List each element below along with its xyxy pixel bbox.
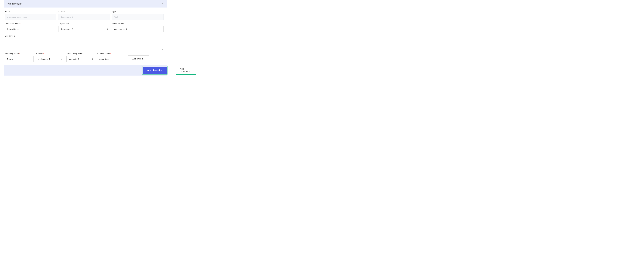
label-key-column: Key column [58, 22, 110, 25]
label-order-column: Order column [112, 22, 164, 25]
select-key-column[interactable] [58, 26, 110, 32]
field-hierarchy-name: Hierarchy name* [5, 52, 34, 62]
select-attribute-key-column[interactable] [66, 56, 95, 62]
required-asterisk: * [110, 52, 111, 55]
label-table: Table [5, 10, 56, 12]
input-type [112, 14, 164, 20]
select-order-column[interactable] [112, 26, 164, 32]
input-hierarchy-name[interactable] [5, 56, 34, 62]
label-attribute-key-column: Attribute key column [66, 52, 95, 55]
field-attribute-name: Attribute name* [97, 52, 126, 62]
field-attribute-key-column: Attribute key column [66, 52, 95, 62]
required-asterisk: * [19, 52, 20, 55]
callout-label: Add Dimension [176, 66, 196, 75]
field-type: Type [112, 10, 164, 20]
field-dimension-name: Dimension name* [5, 22, 56, 32]
close-icon[interactable] [162, 2, 164, 5]
field-table: Table [5, 10, 56, 20]
add-attribute-button[interactable]: Add attribute [128, 55, 149, 62]
label-column: Column [58, 10, 110, 12]
label-attribute: Attribute* [36, 52, 64, 55]
select-attribute[interactable] [36, 56, 64, 62]
label-type: Type [112, 10, 164, 12]
callout-line [168, 70, 176, 70]
input-table [5, 14, 56, 20]
input-dimension-name[interactable] [5, 26, 56, 32]
field-description: Description [5, 35, 163, 50]
required-asterisk: * [43, 52, 44, 55]
add-dimension-button[interactable]: Add dimension [143, 67, 167, 74]
field-order-column: Order column [112, 22, 164, 32]
add-dimension-dialog: Add dimension Table Column Type [4, 0, 167, 75]
field-column: Column [58, 10, 110, 20]
row-description: Description [5, 35, 166, 50]
row-dimension: Dimension name* Key column Order column [5, 22, 166, 32]
dialog-footer: Add dimension Add Dimension [4, 65, 167, 75]
dialog-title: Add dimension [7, 2, 22, 5]
textarea-description[interactable] [5, 38, 163, 50]
label-dimension-name: Dimension name* [5, 22, 56, 25]
label-attribute-name: Attribute name* [97, 52, 126, 55]
field-attribute: Attribute* [36, 52, 64, 62]
input-column [58, 14, 110, 20]
label-hierarchy-name: Hierarchy name* [5, 52, 34, 55]
callout: Add Dimension [168, 66, 196, 75]
input-attribute-name[interactable] [97, 56, 126, 62]
dialog-body: Table Column Type Dimension name* Key co [4, 7, 167, 62]
required-asterisk: * [20, 22, 21, 25]
dialog-header: Add dimension [4, 0, 167, 7]
label-description: Description [5, 35, 163, 37]
row-readonly: Table Column Type [5, 10, 166, 20]
row-attributes: Hierarchy name* Attribute* Attribute key [5, 52, 166, 62]
field-key-column: Key column [58, 22, 110, 32]
